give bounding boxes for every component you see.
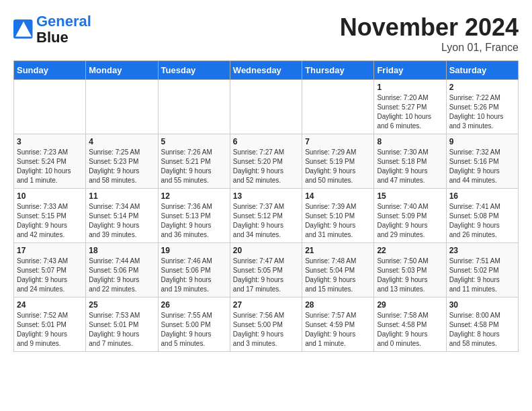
calendar: SundayMondayTuesdayWednesdayThursdayFrid… [13, 60, 519, 352]
day-info: Sunrise: 7:43 AM Sunset: 5:07 PM Dayligh… [17, 257, 83, 294]
calendar-cell: 30Sunrise: 8:00 AM Sunset: 4:58 PM Dayli… [446, 298, 518, 352]
day-header-monday: Monday [86, 61, 158, 80]
day-number: 20 [233, 246, 299, 255]
day-info: Sunrise: 7:46 AM Sunset: 5:06 PM Dayligh… [161, 257, 227, 294]
calendar-cell: 24Sunrise: 7:52 AM Sunset: 5:01 PM Dayli… [14, 298, 86, 352]
day-header-thursday: Thursday [302, 61, 374, 80]
day-info: Sunrise: 7:37 AM Sunset: 5:12 PM Dayligh… [233, 202, 299, 240]
logo-icon [13, 19, 34, 40]
day-number: 1 [377, 83, 443, 92]
day-number: 15 [377, 191, 443, 201]
day-number: 16 [449, 191, 515, 201]
day-header-saturday: Saturday [446, 61, 518, 80]
location: Lyon 01, France [340, 42, 519, 54]
calendar-cell: 6Sunrise: 7:27 AM Sunset: 5:20 PM Daylig… [230, 134, 302, 189]
day-info: Sunrise: 7:56 AM Sunset: 5:00 PM Dayligh… [233, 311, 299, 349]
calendar-cell: 29Sunrise: 7:58 AM Sunset: 4:58 PM Dayli… [374, 298, 446, 352]
day-number: 26 [161, 300, 227, 310]
day-info: Sunrise: 8:00 AM Sunset: 4:58 PM Dayligh… [449, 311, 515, 349]
day-info: Sunrise: 7:30 AM Sunset: 5:18 PM Dayligh… [377, 148, 443, 185]
day-info: Sunrise: 7:25 AM Sunset: 5:23 PM Dayligh… [89, 148, 154, 185]
day-info: Sunrise: 7:23 AM Sunset: 5:24 PM Dayligh… [17, 148, 83, 185]
calendar-cell: 21Sunrise: 7:48 AM Sunset: 5:04 PM Dayli… [302, 243, 374, 298]
calendar-cell: 16Sunrise: 7:41 AM Sunset: 5:08 PM Dayli… [446, 189, 518, 243]
day-number: 22 [377, 246, 443, 255]
day-number: 14 [305, 191, 371, 201]
calendar-cell: 3Sunrise: 7:23 AM Sunset: 5:24 PM Daylig… [14, 134, 86, 189]
calendar-week-4: 17Sunrise: 7:43 AM Sunset: 5:07 PM Dayli… [14, 243, 519, 298]
calendar-cell: 25Sunrise: 7:53 AM Sunset: 5:01 PM Dayli… [86, 298, 158, 352]
calendar-cell: 27Sunrise: 7:56 AM Sunset: 5:00 PM Dayli… [230, 298, 302, 352]
calendar-week-3: 10Sunrise: 7:33 AM Sunset: 5:15 PM Dayli… [14, 189, 519, 243]
day-info: Sunrise: 7:36 AM Sunset: 5:13 PM Dayligh… [161, 202, 227, 240]
day-number: 29 [377, 300, 443, 310]
day-number: 28 [305, 300, 371, 310]
day-number: 3 [17, 137, 83, 146]
day-info: Sunrise: 7:33 AM Sunset: 5:15 PM Dayligh… [17, 202, 83, 240]
day-info: Sunrise: 7:41 AM Sunset: 5:08 PM Dayligh… [449, 202, 515, 240]
day-number: 6 [233, 137, 299, 146]
title-area: November 2024 Lyon 01, France [340, 13, 519, 54]
day-number: 11 [89, 191, 154, 201]
header: GeneralBlue November 2024 Lyon 01, Franc… [13, 13, 519, 54]
day-number: 8 [377, 137, 443, 146]
calendar-cell: 8Sunrise: 7:30 AM Sunset: 5:18 PM Daylig… [374, 134, 446, 189]
calendar-cell: 26Sunrise: 7:55 AM Sunset: 5:00 PM Dayli… [158, 298, 230, 352]
calendar-cell: 13Sunrise: 7:37 AM Sunset: 5:12 PM Dayli… [230, 189, 302, 243]
day-number: 27 [233, 300, 299, 310]
day-info: Sunrise: 7:26 AM Sunset: 5:21 PM Dayligh… [161, 148, 227, 185]
day-info: Sunrise: 7:22 AM Sunset: 5:26 PM Dayligh… [449, 93, 515, 131]
day-info: Sunrise: 7:34 AM Sunset: 5:14 PM Dayligh… [89, 202, 154, 240]
calendar-cell: 20Sunrise: 7:47 AM Sunset: 5:05 PM Dayli… [230, 243, 302, 298]
calendar-cell: 10Sunrise: 7:33 AM Sunset: 5:15 PM Dayli… [14, 189, 86, 243]
day-header-wednesday: Wednesday [230, 61, 302, 80]
day-header-sunday: Sunday [14, 61, 86, 80]
day-info: Sunrise: 7:44 AM Sunset: 5:06 PM Dayligh… [89, 257, 154, 294]
day-info: Sunrise: 7:53 AM Sunset: 5:01 PM Dayligh… [89, 311, 154, 349]
calendar-week-1: 1Sunrise: 7:20 AM Sunset: 5:27 PM Daylig… [14, 80, 519, 134]
month-title: November 2024 [340, 13, 519, 42]
calendar-cell: 18Sunrise: 7:44 AM Sunset: 5:06 PM Dayli… [86, 243, 158, 298]
day-number: 23 [449, 246, 515, 255]
day-info: Sunrise: 7:47 AM Sunset: 5:05 PM Dayligh… [233, 257, 299, 294]
day-number: 5 [161, 137, 227, 146]
day-number: 24 [17, 300, 83, 310]
day-info: Sunrise: 7:50 AM Sunset: 5:03 PM Dayligh… [377, 257, 443, 294]
day-info: Sunrise: 7:55 AM Sunset: 5:00 PM Dayligh… [161, 311, 227, 349]
day-info: Sunrise: 7:20 AM Sunset: 5:27 PM Dayligh… [377, 93, 443, 131]
day-info: Sunrise: 7:48 AM Sunset: 5:04 PM Dayligh… [305, 257, 371, 294]
calendar-cell: 11Sunrise: 7:34 AM Sunset: 5:14 PM Dayli… [86, 189, 158, 243]
day-number: 21 [305, 246, 371, 255]
calendar-cell: 15Sunrise: 7:40 AM Sunset: 5:09 PM Dayli… [374, 189, 446, 243]
day-number: 4 [89, 137, 154, 146]
calendar-cell: 23Sunrise: 7:51 AM Sunset: 5:02 PM Dayli… [446, 243, 518, 298]
day-number: 30 [449, 300, 515, 310]
calendar-cell: 2Sunrise: 7:22 AM Sunset: 5:26 PM Daylig… [446, 80, 518, 134]
calendar-header-row: SundayMondayTuesdayWednesdayThursdayFrid… [14, 61, 519, 80]
day-info: Sunrise: 7:27 AM Sunset: 5:20 PM Dayligh… [233, 148, 299, 185]
day-info: Sunrise: 7:29 AM Sunset: 5:19 PM Dayligh… [305, 148, 371, 185]
logo: GeneralBlue [13, 13, 91, 46]
day-number: 10 [17, 191, 83, 201]
day-header-friday: Friday [374, 61, 446, 80]
calendar-cell: 22Sunrise: 7:50 AM Sunset: 5:03 PM Dayli… [374, 243, 446, 298]
day-header-tuesday: Tuesday [158, 61, 230, 80]
day-number: 12 [161, 191, 227, 201]
calendar-cell: 7Sunrise: 7:29 AM Sunset: 5:19 PM Daylig… [302, 134, 374, 189]
calendar-week-5: 24Sunrise: 7:52 AM Sunset: 5:01 PM Dayli… [14, 298, 519, 352]
calendar-week-2: 3Sunrise: 7:23 AM Sunset: 5:24 PM Daylig… [14, 134, 519, 189]
day-number: 13 [233, 191, 299, 201]
day-info: Sunrise: 7:58 AM Sunset: 4:58 PM Dayligh… [377, 311, 443, 349]
calendar-cell: 1Sunrise: 7:20 AM Sunset: 5:27 PM Daylig… [374, 80, 446, 134]
day-info: Sunrise: 7:57 AM Sunset: 4:59 PM Dayligh… [305, 311, 371, 349]
calendar-cell: 17Sunrise: 7:43 AM Sunset: 5:07 PM Dayli… [14, 243, 86, 298]
day-number: 19 [161, 246, 227, 255]
day-number: 2 [449, 83, 515, 92]
calendar-cell [86, 80, 158, 134]
day-info: Sunrise: 7:52 AM Sunset: 5:01 PM Dayligh… [17, 311, 83, 349]
calendar-cell [230, 80, 302, 134]
logo-text: GeneralBlue [36, 13, 91, 46]
day-number: 9 [449, 137, 515, 146]
calendar-cell: 5Sunrise: 7:26 AM Sunset: 5:21 PM Daylig… [158, 134, 230, 189]
day-info: Sunrise: 7:32 AM Sunset: 5:16 PM Dayligh… [449, 148, 515, 185]
